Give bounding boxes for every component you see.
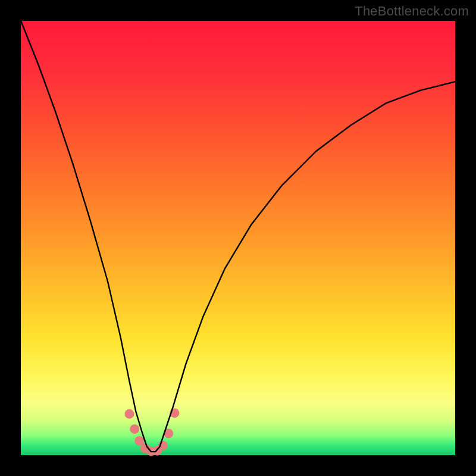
bottleneck-chart bbox=[0, 0, 476, 476]
watermark-text: TheBottleneck.com bbox=[355, 4, 469, 19]
plot-gradient-background bbox=[21, 21, 455, 455]
trough-marker bbox=[130, 424, 139, 434]
chart-frame: TheBottleneck.com bbox=[0, 0, 476, 476]
trough-marker bbox=[125, 409, 134, 419]
